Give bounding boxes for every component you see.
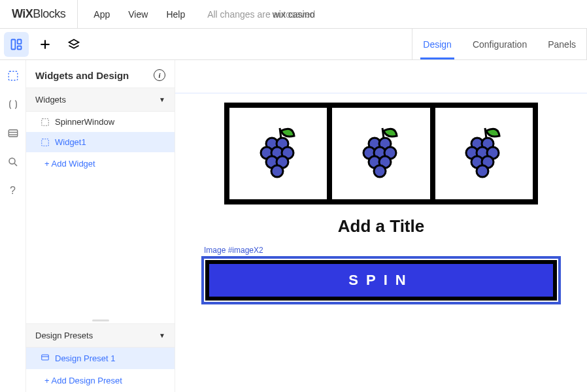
editor-tabs: Design Configuration Panels bbox=[412, 29, 587, 59]
svg-marker-5 bbox=[69, 39, 79, 44]
chevron-down-icon: ▼ bbox=[159, 96, 165, 103]
widget-icon bbox=[41, 118, 50, 127]
svg-rect-13 bbox=[42, 139, 49, 146]
spin-button[interactable]: SPIN bbox=[209, 264, 553, 297]
svg-point-39 bbox=[477, 165, 488, 177]
selection-label: Image #imageX2 bbox=[204, 246, 561, 255]
rail-search-icon[interactable] bbox=[5, 154, 21, 170]
svg-point-10 bbox=[9, 158, 15, 164]
tab-panels[interactable]: Panels bbox=[537, 29, 586, 59]
widgets-section-label: Widgets bbox=[35, 95, 66, 105]
rail-widgets-icon[interactable] bbox=[5, 68, 21, 84]
presets-section-label: Design Presets bbox=[35, 331, 93, 340]
plus-icon bbox=[39, 38, 52, 51]
widget-item-widget1[interactable]: Widget1 bbox=[26, 132, 175, 152]
preset-item-1[interactable]: Design Preset 1 bbox=[26, 348, 175, 369]
presets-section-header[interactable]: Design Presets ▼ bbox=[26, 323, 175, 348]
preset-item-label: Design Preset 1 bbox=[55, 353, 116, 363]
spin-button-frame: SPIN bbox=[205, 260, 557, 301]
canvas[interactable]: Add a Title Image #imageX2 SPIN bbox=[175, 60, 587, 392]
logo-bold: WiX bbox=[12, 7, 33, 21]
info-icon[interactable]: i bbox=[154, 69, 165, 81]
project-name[interactable]: wix casino bbox=[273, 9, 315, 20]
slot-cell-1 bbox=[229, 108, 332, 199]
selected-element-outline: SPIN bbox=[201, 256, 561, 304]
slot-machine-frame[interactable] bbox=[224, 103, 538, 204]
top-bar: WiXBlocks App View Help All changes are … bbox=[0, 0, 587, 29]
rail-database-icon[interactable] bbox=[5, 125, 21, 141]
add-widget-link[interactable]: + Add Widget bbox=[26, 152, 175, 175]
toolbar: Design Configuration Panels bbox=[0, 29, 587, 60]
tab-configuration[interactable]: Configuration bbox=[462, 29, 537, 59]
tab-design[interactable]: Design bbox=[412, 29, 462, 59]
slot-cell-3 bbox=[435, 108, 533, 199]
svg-point-23 bbox=[271, 165, 283, 177]
svg-rect-0 bbox=[12, 39, 16, 49]
svg-point-31 bbox=[374, 165, 386, 177]
main-area: ? Widgets and Design i Widgets ▼ Spinner… bbox=[0, 60, 587, 392]
widgets-section-header[interactable]: Widgets ▼ bbox=[26, 88, 175, 112]
logo: WiXBlocks bbox=[0, 0, 78, 28]
panel-resize-handle[interactable] bbox=[26, 317, 175, 323]
layout-icon-button[interactable] bbox=[4, 32, 29, 57]
svg-line-11 bbox=[14, 163, 17, 166]
logo-light: Blocks bbox=[33, 7, 65, 21]
rail-code-icon[interactable] bbox=[5, 97, 21, 112]
layers-icon-button[interactable] bbox=[61, 32, 86, 57]
svg-rect-6 bbox=[8, 71, 18, 80]
rail-help-icon[interactable]: ? bbox=[5, 183, 21, 199]
svg-rect-7 bbox=[8, 130, 18, 137]
layout-icon bbox=[10, 38, 23, 51]
grape-icon bbox=[458, 124, 510, 183]
svg-rect-12 bbox=[42, 118, 49, 125]
panel-title: Widgets and Design bbox=[35, 70, 129, 81]
menu-view[interactable]: View bbox=[128, 9, 148, 20]
add-icon-button[interactable] bbox=[33, 32, 58, 57]
layers-icon bbox=[67, 38, 80, 51]
side-panel: Widgets and Design i Widgets ▼ SpinnerWi… bbox=[26, 60, 175, 392]
stage: Add a Title Image #imageX2 SPIN bbox=[175, 93, 587, 304]
menu-app[interactable]: App bbox=[93, 9, 110, 20]
preset-icon bbox=[41, 353, 50, 364]
grape-icon bbox=[252, 124, 305, 183]
svg-rect-1 bbox=[18, 39, 22, 44]
panel-header: Widgets and Design i bbox=[26, 60, 175, 88]
svg-rect-2 bbox=[18, 46, 22, 49]
widget-item-spinnerwindow[interactable]: SpinnerWindow bbox=[26, 112, 175, 132]
grape-icon bbox=[355, 124, 407, 183]
widget-title-placeholder[interactable]: Add a Title bbox=[201, 216, 561, 237]
menu-help[interactable]: Help bbox=[166, 9, 185, 20]
slot-cell-2 bbox=[332, 108, 435, 199]
widget-icon bbox=[41, 138, 50, 147]
add-preset-link[interactable]: + Add Design Preset bbox=[26, 369, 175, 392]
widget-item-label: SpinnerWindow bbox=[55, 117, 114, 127]
widget-item-label: Widget1 bbox=[55, 137, 86, 147]
left-rail: ? bbox=[0, 60, 26, 392]
svg-rect-14 bbox=[42, 355, 49, 360]
chevron-down-icon: ▼ bbox=[159, 332, 165, 339]
